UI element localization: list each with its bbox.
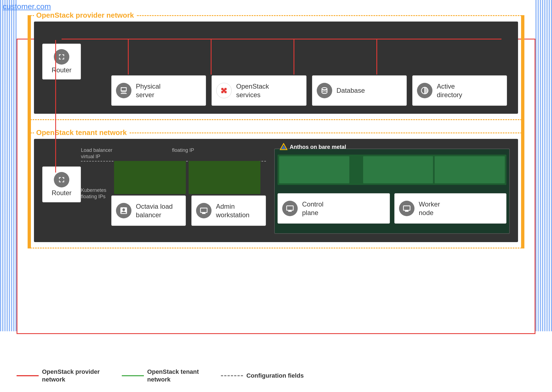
admin-workstation-icon-circle (196, 203, 212, 218)
tenant-network-label: OpenStack tenant network (34, 128, 129, 137)
compute-icon-admin (199, 206, 208, 215)
directory-icon (420, 86, 429, 95)
floating-ip-label: floating IP (172, 147, 194, 153)
legend-provider-line (17, 375, 39, 376)
blue-border-right (535, 0, 552, 331)
blue-border-left (0, 0, 17, 331)
router-provider-box: Router (42, 44, 81, 80)
worker-node-box: Workernode (394, 193, 507, 224)
provider-service-boxes: Physicalserver OpenStackse (111, 75, 507, 106)
k8s-floating-label: Kubernetesfloating IPs (81, 187, 106, 200)
provider-network-label: OpenStack provider network (34, 11, 136, 20)
tenant-inner-dark: Router Load balancervirtual IP floating … (34, 139, 518, 242)
router-tenant-box: Router (42, 166, 81, 202)
active-directory-icon-circle (417, 83, 432, 98)
green-sub2 (363, 156, 433, 183)
svg-rect-4 (223, 89, 225, 92)
router-provider-icon (54, 49, 69, 65)
green-sub1 (279, 156, 349, 183)
provider-inner-dark: Router Physicalserver (34, 22, 518, 114)
green-block-octavia (114, 161, 186, 194)
legend-tenant-text: OpenStack tenantnetwork (147, 368, 199, 384)
provider-red-hline (62, 39, 501, 39)
database-icon-circle (317, 83, 332, 98)
physical-server-icon (116, 83, 131, 98)
openstack-icon-circle (216, 83, 232, 98)
vline2 (211, 39, 212, 75)
legend-config: Configuration fields (221, 372, 304, 380)
green-sub3 (435, 156, 505, 183)
tenant-network-container: OpenStack tenant network Router Load bal… (28, 133, 524, 248)
anthos-service-boxes: Controlplane Workernode (278, 193, 506, 224)
admin-workstation-box: Adminworkstation (191, 195, 266, 226)
anthos-label: Anthos on bare metal (278, 143, 348, 151)
octavia-icon-circle (116, 203, 131, 218)
octavia-lb-box: Octavia loadbalancer (111, 195, 186, 226)
router-tenant-icon (54, 172, 69, 187)
customer-domain-label: customer.com (3, 2, 51, 11)
router-provider-label: Router (52, 66, 72, 74)
expand-icon-tenant (57, 175, 66, 184)
legend-config-text: Configuration fields (246, 372, 304, 380)
compute-icon-control (286, 204, 294, 213)
anthos-label-text: Anthos on bare metal (290, 144, 346, 150)
vline4 (376, 39, 377, 75)
openstack-services-label: OpenStackservices (236, 82, 269, 99)
physical-server-box: Physicalserver (111, 75, 206, 106)
legend-tenant: OpenStack tenantnetwork (122, 368, 199, 384)
main-container: customer.com OpenStack provider network … (0, 0, 552, 392)
compute-icon-worker (402, 204, 411, 213)
server-icon (119, 86, 128, 95)
active-directory-box: Activedirectory (412, 75, 507, 106)
tenant-service-boxes: Octavia loadbalancer Adminworkstation (111, 195, 266, 226)
active-directory-label: Activedirectory (437, 82, 462, 99)
worker-node-label: Workernode (419, 200, 440, 217)
anthos-logo-icon (280, 143, 287, 151)
database-label: Database (337, 86, 365, 95)
anthos-section: Anthos on bare metal (274, 149, 510, 234)
red-left-vline (55, 40, 56, 173)
lb-vip-label: Load balancervirtual IP (81, 147, 112, 160)
control-plane-label: Controlplane (302, 200, 323, 217)
vline1 (128, 39, 129, 75)
admin-workstation-label: Adminworkstation (216, 202, 249, 219)
legend-config-line (221, 375, 243, 376)
legend-tenant-line (122, 375, 144, 376)
legend-provider-text: OpenStack providernetwork (42, 368, 100, 384)
octavia-lb-label: Octavia loadbalancer (136, 202, 173, 219)
openstack-icon (220, 86, 228, 95)
control-plane-icon-circle (282, 201, 298, 216)
database-icon (320, 86, 329, 95)
worker-node-icon-circle (399, 201, 414, 216)
control-plane-box: Controlplane (278, 193, 390, 224)
loadbalancer-icon (119, 206, 128, 215)
physical-server-label: Physicalserver (136, 82, 160, 99)
legend-provider: OpenStack providernetwork (17, 368, 100, 384)
vline3 (294, 39, 294, 75)
green-block-admin (189, 161, 260, 194)
provider-network-container: OpenStack provider network Router (28, 15, 524, 120)
expand-icon (57, 52, 66, 61)
openstack-services-box: OpenStackservices (212, 75, 306, 106)
anthos-green-bar (278, 155, 506, 185)
legend: OpenStack providernetwork OpenStack tena… (17, 368, 304, 384)
database-box: Database (312, 75, 407, 106)
green-divider1 (351, 156, 361, 183)
router-tenant-label: Router (52, 189, 72, 197)
